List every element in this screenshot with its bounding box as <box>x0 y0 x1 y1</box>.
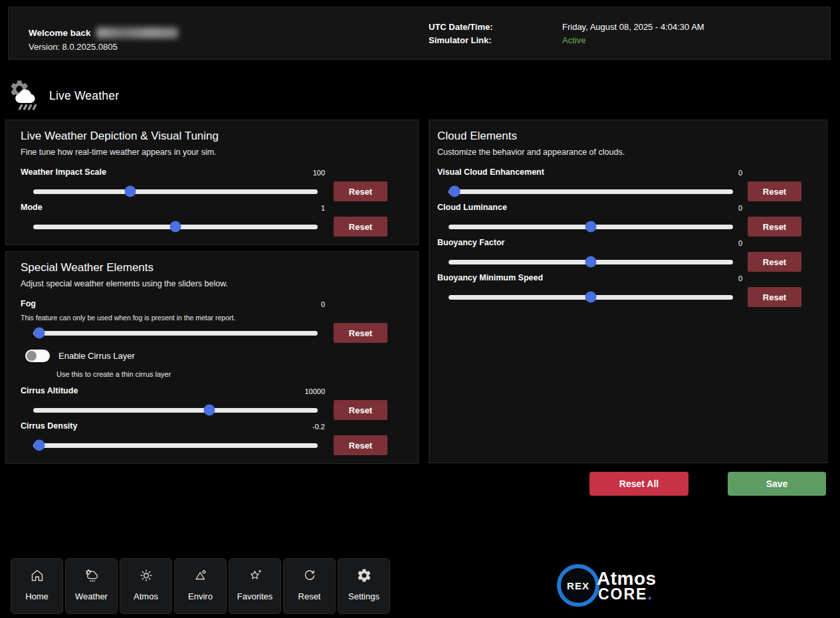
slider-thumb[interactable] <box>585 257 597 268</box>
page-title: Live Weather <box>49 89 119 103</box>
rex-logo-ring: REX <box>557 564 599 607</box>
slider-value: 0 <box>738 169 742 177</box>
live-weather-icon <box>8 77 43 114</box>
reset-button[interactable]: Reset <box>334 400 387 420</box>
panel-special-weather-elements: Special Weather Elements Adjust special … <box>5 251 419 464</box>
panel-title: Special Weather Elements <box>21 261 418 274</box>
panel-cloud-elements: Cloud Elements Customize the behavior an… <box>429 120 827 463</box>
nav-tile-weather[interactable]: Weather <box>65 558 118 614</box>
slider-label: Fog <box>21 299 36 308</box>
slider-thumb[interactable] <box>170 221 181 233</box>
panel-title: Cloud Elements <box>437 130 827 143</box>
slider-label: Cirrus Altitude <box>21 386 78 395</box>
nav-tile-atmos[interactable]: Atmos <box>120 558 172 614</box>
home-icon <box>29 559 45 586</box>
panel-title: Live Weather Depiction & Visual Tuning <box>21 130 418 143</box>
simulator-link-status: Active <box>562 35 585 45</box>
version-label: Version: 8.0.2025.0805 <box>29 42 118 52</box>
buoyancy-factor-slider[interactable] <box>449 260 733 264</box>
nav-tile-reset[interactable]: Reset <box>283 558 336 614</box>
mountain-icon <box>193 559 209 586</box>
panel-live-weather-depiction: Live Weather Depiction & Visual Tuning F… <box>5 120 419 245</box>
slider-value: 0 <box>738 204 742 212</box>
save-button[interactable]: Save <box>728 472 826 496</box>
slider-thumb[interactable] <box>204 405 215 416</box>
nav-tile-favorites[interactable]: Favorites <box>229 558 281 614</box>
slider-thumb[interactable] <box>33 328 45 339</box>
logo-dot: . <box>647 585 653 603</box>
slider-value: 10000 <box>304 387 325 395</box>
nav-tile-home[interactable]: Home <box>11 558 63 614</box>
cloud-luminance-slider[interactable] <box>449 225 733 229</box>
refresh-icon <box>302 559 318 586</box>
slider-label: Buoyancy Factor <box>437 238 504 247</box>
panel-subtitle: Adjust special weather elements using th… <box>21 279 418 288</box>
nav-tile-enviro[interactable]: Enviro <box>174 558 227 614</box>
utc-datetime-label: UTC Date/Time: <box>429 22 493 32</box>
nav-label: Atmos <box>134 591 158 601</box>
star-plus-icon <box>247 559 263 586</box>
slider-label: Cloud Luminance <box>437 203 507 212</box>
reset-button[interactable]: Reset <box>748 252 801 272</box>
visual-cloud-enhancement-slider[interactable] <box>449 189 733 194</box>
panel-subtitle: Customize the behavior and appearance of… <box>437 148 827 157</box>
slider-label: Weather Impact Scale <box>21 167 106 177</box>
nav-label: Reset <box>298 591 321 601</box>
slider-label: Mode <box>21 203 43 212</box>
nav-label: Settings <box>348 591 379 601</box>
slider-thumb[interactable] <box>124 186 136 197</box>
slider-thumb[interactable] <box>33 440 45 451</box>
reset-button[interactable]: Reset <box>748 217 801 237</box>
toggle-helper-text: Use this to create a thin cirrus layer <box>56 370 418 378</box>
reset-button[interactable]: Reset <box>334 217 387 237</box>
nav-label: Favorites <box>237 591 272 601</box>
nav-tile-settings[interactable]: Settings <box>338 558 390 614</box>
slider-value: 100 <box>313 169 325 177</box>
rex-atmoscore-logo: REX Atmos CORE. <box>557 564 657 607</box>
welcome-label: Welcome back <box>29 28 91 38</box>
fog-note: This feature can only be used when fog i… <box>21 314 418 322</box>
slider-value: -0.2 <box>312 423 325 431</box>
sun-icon <box>138 559 154 586</box>
slider-label: Buoyancy Minimum Speed <box>437 273 543 282</box>
slider-thumb[interactable] <box>449 186 460 197</box>
reset-button[interactable]: Reset <box>748 287 801 307</box>
mode-slider[interactable] <box>33 225 318 229</box>
weather-icon <box>84 559 100 586</box>
toggle-label: Enable Cirrus Layer <box>58 351 135 361</box>
cirrus-altitude-slider[interactable] <box>33 408 318 413</box>
nav-label: Home <box>25 591 49 601</box>
weather-impact-scale-slider[interactable] <box>33 189 318 194</box>
slider-thumb[interactable] <box>585 221 597 233</box>
utc-datetime-value: Friday, August 08, 2025 - 4:04:30 AM <box>562 22 704 32</box>
gear-icon <box>356 559 372 586</box>
nav-label: Weather <box>75 591 108 601</box>
rex-logo-text: REX <box>567 580 589 591</box>
logo-core-text: CORE. <box>598 587 657 602</box>
fog-slider[interactable] <box>33 331 318 336</box>
reset-button[interactable]: Reset <box>334 323 387 343</box>
cirrus-density-slider[interactable] <box>33 443 318 448</box>
redacted-username <box>96 27 178 39</box>
reset-all-button[interactable]: Reset All <box>589 472 688 496</box>
simulator-link-label: Simulator Link: <box>429 35 492 45</box>
slider-thumb[interactable] <box>585 292 597 303</box>
buoyancy-minimum-speed-slider[interactable] <box>449 295 733 300</box>
toggle-knob <box>27 351 37 361</box>
enable-cirrus-layer-toggle[interactable] <box>25 350 50 362</box>
panel-subtitle: Fine tune how real-time weather appears … <box>21 148 418 157</box>
bottom-navigation: Home Weather <box>11 558 390 614</box>
reset-button[interactable]: Reset <box>334 181 387 201</box>
reset-button[interactable]: Reset <box>334 435 387 455</box>
slider-label: Visual Cloud Enhancement <box>437 167 544 177</box>
reset-button[interactable]: Reset <box>748 181 801 201</box>
slider-value: 0 <box>321 300 325 308</box>
slider-label: Cirrus Density <box>21 421 77 431</box>
header-bar: Welcome back Version: 8.0.2025.0805 UTC … <box>8 7 831 60</box>
nav-label: Enviro <box>188 591 213 601</box>
slider-value: 0 <box>738 239 742 247</box>
slider-value: 1 <box>321 204 325 212</box>
slider-value: 0 <box>738 274 742 282</box>
